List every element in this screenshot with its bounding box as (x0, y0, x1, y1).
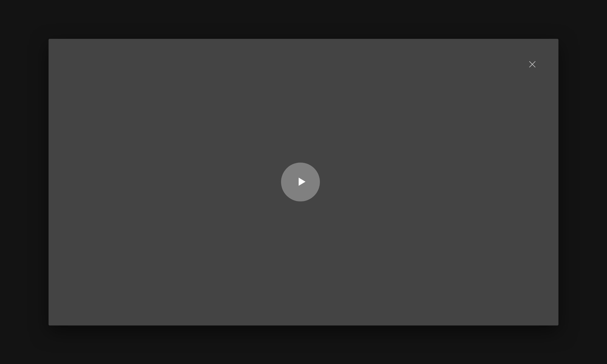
modal-backdrop[interactable] (0, 0, 607, 364)
svg-marker-2 (299, 177, 306, 186)
close-button[interactable] (527, 60, 537, 70)
play-icon (294, 176, 307, 188)
close-icon (528, 60, 537, 69)
video-player-modal (49, 39, 558, 325)
play-button[interactable] (281, 163, 320, 201)
